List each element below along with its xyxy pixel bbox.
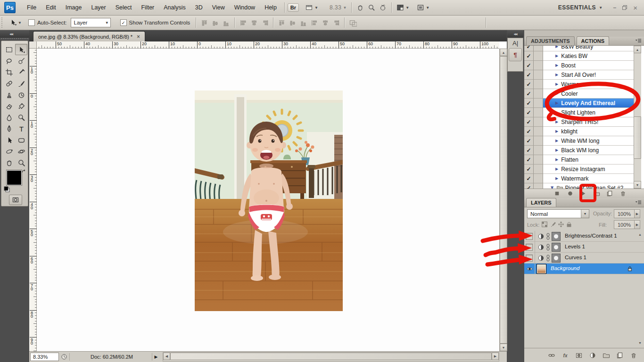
- actions-scrollbar[interactable]: ▲ ▼: [634, 46, 641, 189]
- action-set-label[interactable]: ▶ Pioneer Woman Set #2: [543, 183, 634, 189]
- new-action-button[interactable]: [606, 190, 613, 197]
- scroll-down-arrow[interactable]: ▼: [500, 344, 507, 351]
- action-include-checkbox[interactable]: ✓: [524, 136, 534, 146]
- action-row[interactable]: ✓ ▶Black WM long: [524, 146, 644, 155]
- layer-row[interactable]: Curves 1: [524, 253, 644, 263]
- distribute-left-icon[interactable]: [310, 19, 318, 27]
- panel-menu-icon[interactable]: [635, 199, 642, 206]
- lock-all-icon[interactable]: [566, 221, 572, 228]
- zoom-level-dropdown[interactable]: 8.33▼: [328, 3, 348, 12]
- action-dialog-toggle[interactable]: [534, 117, 543, 127]
- canvas[interactable]: [37, 49, 499, 351]
- actions-scroll-thumb[interactable]: [634, 116, 641, 159]
- action-include-checkbox[interactable]: ✓: [524, 61, 534, 70]
- action-row[interactable]: ✓ ▶Start All Over!: [524, 70, 644, 80]
- action-label[interactable]: ▶Start All Over!: [543, 70, 634, 80]
- minimize-button[interactable]: –: [613, 4, 617, 11]
- menu-edit[interactable]: Edit: [41, 4, 61, 11]
- layer-mask-thumbnail[interactable]: [552, 254, 561, 263]
- opacity-field[interactable]: 100%: [614, 209, 635, 218]
- delete-layer-button[interactable]: [630, 352, 637, 359]
- stop-button[interactable]: [553, 190, 561, 197]
- delete-button[interactable]: [619, 190, 627, 197]
- action-row[interactable]: ✓ ▶Katies BW: [524, 51, 644, 61]
- action-row[interactable]: ✓ ▶Slight Lighten: [524, 108, 644, 117]
- scroll-up-arrow[interactable]: ▲: [634, 46, 641, 53]
- paragraph-panel-button[interactable]: ¶: [509, 48, 522, 61]
- layer-name[interactable]: Background: [551, 265, 579, 271]
- horizontal-scroll-thumb[interactable]: [170, 353, 492, 360]
- action-label[interactable]: ▶Resize Instagram: [543, 165, 634, 174]
- action-dialog-toggle[interactable]: [534, 183, 543, 189]
- action-include-checkbox[interactable]: ✓: [524, 51, 534, 61]
- action-row[interactable]: ✓ ▶B&W Beauty: [524, 46, 644, 51]
- scroll-down-arrow[interactable]: ▼: [634, 181, 641, 189]
- distribute-bottom-icon[interactable]: [299, 19, 307, 27]
- play-button[interactable]: [580, 190, 587, 197]
- action-row[interactable]: ✓ ▶Resize Instagram: [524, 165, 644, 174]
- distribute-vcenter-icon[interactable]: [289, 19, 297, 27]
- view-extras-dropdown[interactable]: ▼: [304, 3, 320, 12]
- menu-help[interactable]: Help: [260, 4, 281, 11]
- new-set-button[interactable]: [593, 190, 600, 197]
- vertical-scroll-thumb[interactable]: [500, 56, 507, 344]
- action-dialog-toggle[interactable]: [534, 80, 543, 89]
- action-label[interactable]: ▶B&W Beauty: [543, 46, 634, 51]
- layer-visibility-toggle[interactable]: [526, 233, 533, 240]
- action-include-checkbox[interactable]: ✓: [524, 165, 534, 174]
- quick-mask-button[interactable]: [9, 195, 22, 205]
- action-dialog-toggle[interactable]: [534, 174, 543, 183]
- action-row[interactable]: ✓ ▶Watermark: [524, 174, 644, 183]
- layer-row[interactable]: Brightness/Contrast 1: [524, 231, 644, 242]
- align-vcenter-icon[interactable]: [211, 19, 219, 27]
- scroll-right-arrow[interactable]: ▶: [492, 353, 499, 360]
- layer-visibility-toggle[interactable]: [526, 244, 533, 251]
- blend-mode-dropdown[interactable]: Normal ▼: [527, 209, 589, 218]
- auto-select-checkbox[interactable]: [28, 19, 35, 26]
- screen-mode-dropdown[interactable]: ▼: [415, 3, 431, 12]
- visibility-eye-icon[interactable]: [526, 266, 533, 272]
- action-include-checkbox[interactable]: ✓: [524, 127, 534, 136]
- new-layer-button[interactable]: [616, 352, 624, 359]
- action-row[interactable]: ✓ ▶Sharpen THIS!: [524, 117, 644, 127]
- record-button[interactable]: [567, 190, 574, 197]
- layer-style-button[interactable]: fx: [561, 352, 569, 359]
- menu-analysis[interactable]: Analysis: [159, 4, 190, 11]
- restore-button[interactable]: [622, 5, 627, 10]
- arrange-documents-dropdown[interactable]: ▼: [395, 3, 411, 12]
- foreground-color-swatch[interactable]: [7, 170, 22, 185]
- menu-window[interactable]: Window: [230, 4, 260, 11]
- status-menu-arrow[interactable]: ▶: [152, 353, 160, 361]
- action-dialog-toggle[interactable]: [534, 127, 543, 136]
- menu-select[interactable]: Select: [111, 4, 137, 11]
- photo-image[interactable]: [195, 90, 343, 311]
- action-row[interactable]: ✓ ▶Boost: [524, 61, 644, 70]
- default-colors-icon[interactable]: [4, 186, 10, 192]
- tab-adjustments[interactable]: ADJUSTMENTS: [526, 36, 575, 45]
- action-label[interactable]: ▶Warmer: [543, 80, 634, 89]
- layer-name[interactable]: Curves 1: [565, 255, 586, 260]
- action-include-checkbox[interactable]: ✓: [524, 99, 534, 108]
- lock-position-icon[interactable]: [558, 221, 564, 228]
- action-label[interactable]: ▶Katies BW: [543, 51, 634, 61]
- action-label[interactable]: ▶Sharpen THIS!: [543, 117, 634, 127]
- menu-image[interactable]: Image: [61, 4, 87, 11]
- bridge-button[interactable]: Br: [288, 3, 299, 12]
- action-dialog-toggle[interactable]: [534, 61, 543, 70]
- tab-layers[interactable]: LAYERS: [526, 198, 556, 207]
- lock-transparency-icon[interactable]: [541, 221, 548, 228]
- distribute-right-icon[interactable]: [332, 19, 340, 27]
- status-clock-icon[interactable]: [61, 354, 67, 360]
- action-include-checkbox[interactable]: ✓: [524, 183, 534, 189]
- show-transform-checkbox[interactable]: ✓: [120, 19, 127, 26]
- action-row[interactable]: ✓ ▶ Pioneer Woman Set #2: [524, 183, 644, 189]
- lock-pixels-icon[interactable]: [550, 221, 556, 228]
- horizontal-scrollbar[interactable]: ◀ ▶: [163, 352, 499, 362]
- hand-tool-button[interactable]: [355, 3, 366, 12]
- action-dialog-toggle[interactable]: [534, 99, 543, 108]
- align-top-icon[interactable]: [200, 19, 208, 27]
- add-mask-button[interactable]: [575, 352, 583, 359]
- layer-row[interactable]: Levels 1: [524, 242, 644, 253]
- action-label[interactable]: ▶Black WM long: [543, 146, 634, 155]
- link-layers-button[interactable]: [548, 352, 555, 359]
